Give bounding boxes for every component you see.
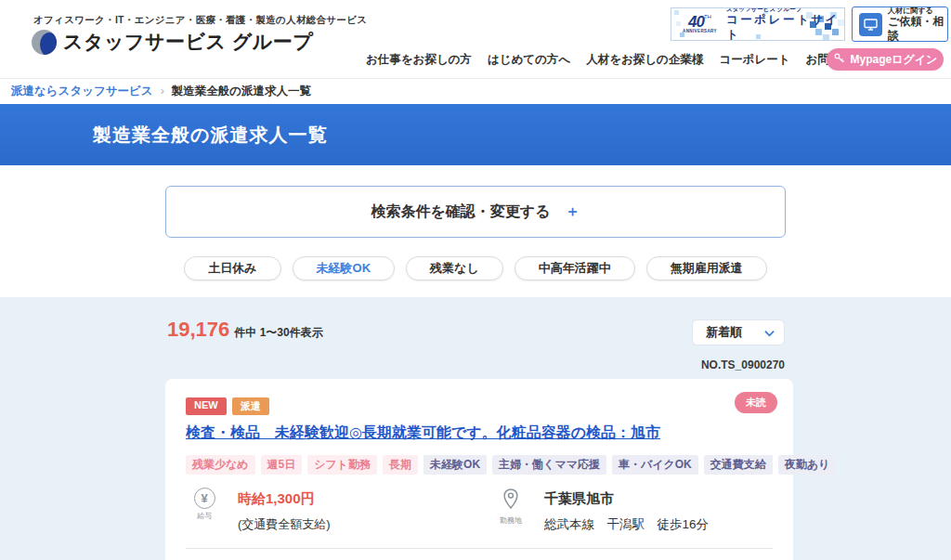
results-count: 19,176 件中 1〜30件表示 <box>167 318 323 342</box>
unread-status-badge: 未読 <box>735 392 777 413</box>
location-access: 総武本線 干潟駅 徒歩16分 <box>544 516 709 533</box>
anniversary-40-logo: 40TH ANNIVERSARY <box>683 14 717 34</box>
page-title: 製造業全般の派遣求人一覧 <box>93 123 327 148</box>
site-header: オフィスワーク・IT・エンジニア・医療・看護・製造の人材総合サービス スタッフサ… <box>0 0 951 78</box>
corporate-site-label: コーポレートサイト <box>726 13 844 41</box>
hr-consult-button[interactable]: 人材に関する ご依頼・相談 <box>852 7 948 42</box>
dispatch-badge: 派遣 <box>232 397 269 415</box>
main-nav: お仕事をお探しの方 はじめての方へ 人材をお探しの企業様 コーポレート お問い合… <box>366 46 877 72</box>
anniversary-corporate-banner[interactable]: 40TH ANNIVERSARY スタッフサービス グループ コーポレートサイト <box>671 7 845 41</box>
job-tags: 残業少なめ 週5日 シフト勤務 長期 未経験OK 主婦・働くママ応援 車・バイク… <box>186 455 773 475</box>
key-icon <box>833 52 845 67</box>
results-count-number: 19,176 <box>167 318 229 342</box>
breadcrumb-home-link[interactable]: 派遣ならスタッフサービス <box>11 84 153 99</box>
search-conditions-toggle[interactable]: 検索条件を確認・変更する ＋ <box>165 186 786 238</box>
card-divider <box>186 548 773 549</box>
tag-little-overtime: 残業少なめ <box>186 455 255 475</box>
filter-chip-indefinite-employment[interactable]: 無期雇用派遣 <box>646 256 767 280</box>
breadcrumb-separator: › <box>161 85 164 98</box>
nav-item-corporate[interactable]: コーポレート <box>719 52 789 68</box>
job-title-link[interactable]: 検査・検品 未経験歓迎◎長期就業可能です。化粧品容器の検品：旭市 <box>186 423 773 443</box>
tag-shift-work: シフト勤務 <box>307 455 377 475</box>
mypage-login-label: Mypageログイン <box>851 52 938 68</box>
salary-icon-label: 給与 <box>197 511 212 521</box>
results-count-suffix: 件中 1〜30件表示 <box>234 325 322 341</box>
tag-long-term: 長期 <box>383 455 418 475</box>
consult-line2: ご依頼・相談 <box>888 15 947 42</box>
location-pin-icon <box>501 488 521 514</box>
tag-transport-paid: 交通費支給 <box>704 455 773 475</box>
results-section: 19,176 件中 1〜30件表示 新着順 NO.TS_0900270 NEW … <box>0 297 951 560</box>
monitor-icon <box>859 13 882 36</box>
nav-item-firsttime[interactable]: はじめての方へ <box>488 52 570 68</box>
chevron-down-icon <box>764 326 775 340</box>
filter-chip-no-experience[interactable]: 未経験OK <box>293 256 396 280</box>
yen-icon: ¥ <box>194 488 215 509</box>
job-listing-card: NEW 派遣 未読 検査・検品 未経験歓迎◎長期就業可能です。化粧品容器の検品：… <box>165 379 793 560</box>
filter-chip-weekend-off[interactable]: 土日休み <box>184 256 280 280</box>
search-conditions-label: 検索条件を確認・変更する <box>371 202 550 222</box>
tag-car-bike-ok: 車・バイクOK <box>612 455 698 475</box>
location-icon-label: 勤務地 <box>500 515 522 526</box>
site-logo[interactable]: スタッフサービス グループ <box>32 29 313 55</box>
tag-night-shift: 夜勤あり <box>778 455 837 475</box>
filter-chip-no-overtime[interactable]: 残業なし <box>406 256 503 280</box>
filter-chip-middle-aged[interactable]: 中高年活躍中 <box>515 256 635 280</box>
location-area: 千葉県旭市 <box>544 490 709 508</box>
nav-item-jobseeker[interactable]: お仕事をお探しの方 <box>366 52 472 68</box>
breadcrumb-current: 製造業全般の派遣求人一覧 <box>172 84 311 99</box>
nav-item-employers[interactable]: 人材をお探しの企業様 <box>586 52 703 68</box>
consult-line1: 人材に関する <box>888 7 947 16</box>
hero-banner: 製造業全般の派遣求人一覧 <box>0 104 951 165</box>
sort-selected-value: 新着順 <box>706 324 742 341</box>
tag-5days: 週5日 <box>261 455 303 475</box>
location-block: 勤務地 千葉県旭市 総武本線 干潟駅 徒歩16分 <box>492 488 709 533</box>
plus-icon: ＋ <box>566 202 580 222</box>
salary-note: (交通費全額支給) <box>238 516 331 533</box>
tag-housewife-support: 主婦・働くママ応援 <box>492 455 606 475</box>
mypage-login-button[interactable]: Mypageログイン <box>827 48 944 71</box>
logo-sphere-icon <box>32 30 57 55</box>
logo-text: スタッフサービス グループ <box>63 29 313 55</box>
mosaic-decoration-left <box>674 10 679 15</box>
tag-no-experience: 未経験OK <box>423 455 487 475</box>
new-badge: NEW <box>186 397 227 415</box>
breadcrumb: 派遣ならスタッフサービス › 製造業全般の派遣求人一覧 <box>0 78 951 103</box>
job-reference-number: NO.TS_0900270 <box>557 358 785 371</box>
header-tagline: オフィスワーク・IT・エンジニア・医療・看護・製造の人材総合サービス <box>33 14 367 27</box>
quick-filter-chips: 土日休み 未経験OK 残業なし 中高年活躍中 無期雇用派遣 <box>0 256 951 280</box>
salary-amount: 時給1,300円 <box>238 490 331 508</box>
sort-dropdown[interactable]: 新着順 <box>692 319 785 345</box>
salary-block: ¥ 給与 時給1,300円 (交通費全額支給) <box>186 488 492 533</box>
